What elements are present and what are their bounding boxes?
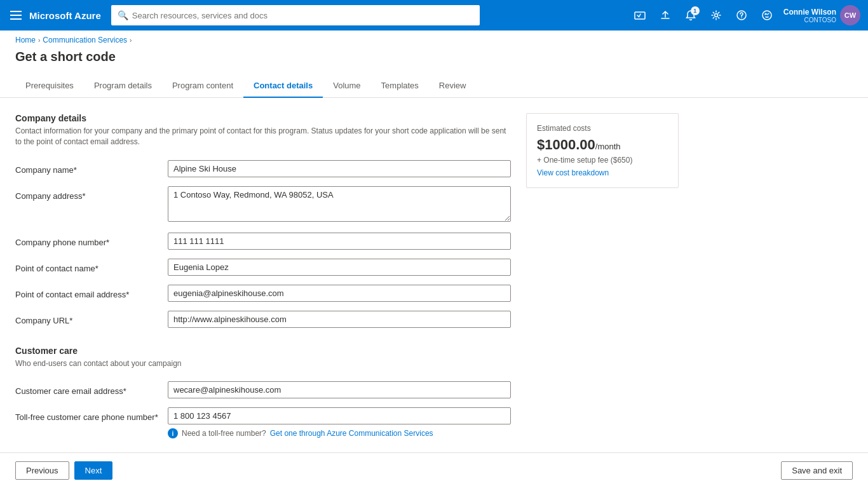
company-name-field <box>168 160 511 177</box>
feedback-icon[interactable] <box>756 4 778 27</box>
poc-email-label: Point of contact email address* <box>15 285 168 301</box>
hamburger-menu[interactable] <box>8 8 24 22</box>
notification-badge: 1 <box>691 6 700 15</box>
breadcrumb-sep-1: › <box>38 37 40 44</box>
main-content: Company details Contact information for … <box>0 98 868 488</box>
poc-name-label: Point of contact name* <box>15 259 168 274</box>
cost-breakdown-link[interactable]: View cost breakdown <box>537 168 668 177</box>
tab-contact-details[interactable]: Contact details <box>243 74 323 98</box>
help-icon[interactable] <box>730 4 753 27</box>
app-logo: Microsoft Azure <box>29 10 101 21</box>
footer: Previous Next Save and exit <box>0 452 868 488</box>
breadcrumb-home[interactable]: Home <box>15 36 36 44</box>
svg-point-6 <box>768 13 769 15</box>
company-phone-input[interactable] <box>168 233 511 250</box>
poc-email-row: Point of contact email address* <box>15 285 511 302</box>
top-navigation: Microsoft Azure 🔍 1 Connie Wilson CONTOS… <box>0 0 868 30</box>
poc-email-field <box>168 285 511 302</box>
company-phone-label: Company phone number* <box>15 233 168 248</box>
page-title: Get a short code <box>0 47 868 74</box>
care-email-input[interactable] <box>168 381 511 398</box>
tab-program-details[interactable]: Program details <box>84 74 162 98</box>
save-exit-button[interactable]: Save and exit <box>781 461 853 480</box>
cloud-shell-icon[interactable] <box>628 4 651 27</box>
company-url-row: Company URL* <box>15 311 511 328</box>
poc-email-input[interactable] <box>168 285 511 302</box>
avatar: CW <box>840 5 860 25</box>
company-url-label: Company URL* <box>15 311 168 327</box>
form-section: Company details Contact information for … <box>15 113 511 447</box>
settings-icon[interactable] <box>705 4 728 27</box>
notifications-icon[interactable]: 1 <box>679 4 702 27</box>
poc-name-field <box>168 259 511 276</box>
breadcrumb-sep-2: › <box>130 37 132 44</box>
nav-icons: 1 Connie Wilson CONTOSO CW <box>628 4 860 27</box>
search-input[interactable] <box>132 11 473 20</box>
cost-amount: $1000.00 <box>537 137 595 152</box>
care-email-row: Customer care email address* <box>15 381 511 398</box>
breadcrumb-service[interactable]: Communication Services <box>43 36 127 44</box>
cost-period: /month <box>595 142 621 151</box>
toll-free-info: i Need a toll-free number? Get one throu… <box>168 428 511 438</box>
tab-program-content[interactable]: Program content <box>162 74 243 98</box>
company-url-field <box>168 311 511 328</box>
search-icon: 🔍 <box>118 10 128 20</box>
tabs: Prerequisites Program details Program co… <box>0 74 868 98</box>
svg-point-3 <box>741 17 742 18</box>
cost-amount-row: $1000.00/month <box>537 137 668 153</box>
company-address-field: 1 Contoso Way, Redmond, WA 98052, USA <box>168 186 511 224</box>
company-details-title: Company details <box>15 113 511 123</box>
company-name-row: Company name* <box>15 160 511 177</box>
customer-care-title: Customer care <box>15 346 511 356</box>
care-phone-row: Toll-free customer care phone number* i … <box>15 407 511 438</box>
poc-name-input[interactable] <box>168 259 511 276</box>
company-details-desc: Contact information for your company and… <box>15 126 511 147</box>
info-text: Need a toll-free number? <box>182 429 266 438</box>
customer-care-section: Customer care Who end-users can contact … <box>15 346 511 439</box>
company-address-row: Company address* 1 Contoso Way, Redmond,… <box>15 186 511 224</box>
cost-setup: + One-time setup fee ($650) <box>537 156 668 165</box>
previous-button[interactable]: Previous <box>15 461 69 480</box>
user-org: CONTOSO <box>783 17 836 24</box>
svg-point-1 <box>714 14 717 17</box>
tab-prerequisites[interactable]: Prerequisites <box>15 74 84 98</box>
svg-point-4 <box>763 11 771 20</box>
user-menu[interactable]: Connie Wilson CONTOSO CW <box>783 5 860 25</box>
cost-panel: Estimated costs $1000.00/month + One-tim… <box>526 113 679 188</box>
company-details-section: Company details Contact information for … <box>15 113 511 328</box>
footer-nav-buttons: Previous Next <box>15 461 112 480</box>
customer-care-desc: Who end-users can contact about your cam… <box>15 358 511 369</box>
user-name: Connie Wilson <box>783 8 836 17</box>
company-phone-row: Company phone number* <box>15 233 511 250</box>
care-email-label: Customer care email address* <box>15 381 168 397</box>
info-link[interactable]: Get one through Azure Communication Serv… <box>270 429 433 438</box>
search-bar[interactable]: 🔍 <box>111 5 480 25</box>
tab-volume[interactable]: Volume <box>323 74 370 98</box>
company-address-label: Company address* <box>15 186 168 202</box>
poc-name-row: Point of contact name* <box>15 259 511 276</box>
company-name-label: Company name* <box>15 160 168 176</box>
care-email-field <box>168 381 511 398</box>
tab-templates[interactable]: Templates <box>371 74 429 98</box>
care-phone-label: Toll-free customer care phone number* <box>15 407 168 423</box>
company-name-input[interactable] <box>168 160 511 177</box>
svg-point-5 <box>764 13 766 15</box>
info-icon: i <box>168 428 178 438</box>
upload-icon[interactable] <box>654 4 677 27</box>
tab-review[interactable]: Review <box>429 74 477 98</box>
cost-label: Estimated costs <box>537 124 668 133</box>
company-address-input[interactable]: 1 Contoso Way, Redmond, WA 98052, USA <box>168 186 511 222</box>
breadcrumb: Home › Communication Services › <box>0 30 868 47</box>
care-phone-field: i Need a toll-free number? Get one throu… <box>168 407 511 438</box>
company-phone-field <box>168 233 511 250</box>
care-phone-input[interactable] <box>168 407 511 424</box>
company-url-input[interactable] <box>168 311 511 328</box>
next-button[interactable]: Next <box>74 461 113 480</box>
